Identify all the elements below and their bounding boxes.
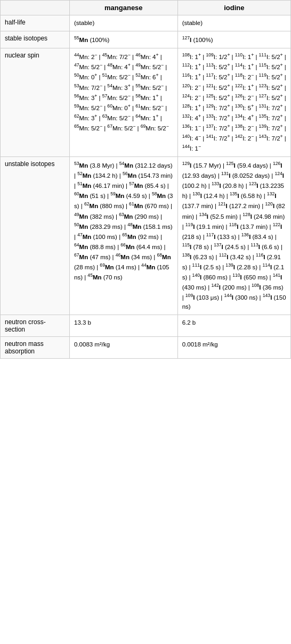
col-header-iodine: iodine [177,1,290,15]
iodine-neutron-cross-section: 6.2 b [177,315,290,337]
manganese-nuclear-spin: 44Mn: 2− | 45Mn: 7/2− | 46Mn: 4+ | 47Mn:… [70,48,178,157]
manganese-neutron-mass-absorption: 0.0083 m²/kg [70,337,178,359]
row-nuclear-spin: nuclear spin 44Mn: 2− | 45Mn: 7/2− | 46M… [1,48,291,157]
row-half-life: half-life (stable) (stable) [1,15,291,31]
label-stable-isotopes: stable isotopes [1,31,70,48]
manganese-half-life: (stable) [70,15,178,31]
manganese-neutron-cross-section: 13.3 b [70,315,178,337]
manganese-stable-isotopes: 55Mn (100%) [70,31,178,48]
row-unstable-isotopes: unstable isotopes 53Mn (3.8 Myr) | 54Mn … [1,157,291,315]
manganese-unstable-isotopes: 53Mn (3.8 Myr) | 54Mn (312.12 days) | 52… [70,157,178,315]
row-neutron-mass-absorption: neutron mass absorption 0.0083 m²/kg 0.0… [1,337,291,359]
row-stable-isotopes: stable isotopes 55Mn (100%) 127I (100%) [1,31,291,48]
label-nuclear-spin: nuclear spin [1,48,70,157]
iodine-unstable-isotopes: 129I (15.7 Myr) | 125I (59.4 days) | 126… [177,157,290,315]
iodine-nuclear-spin: 108I: 1+ | 109I: 1/2+ | 110I: 1+ | 111I:… [177,48,290,157]
label-unstable-isotopes: unstable isotopes [1,157,70,315]
col-header-manganese: manganese [70,1,178,15]
iodine-stable-isotopes: 127I (100%) [177,31,290,48]
iodine-neutron-mass-absorption: 0.0018 m²/kg [177,337,290,359]
label-half-life: half-life [1,15,70,31]
label-neutron-mass-absorption: neutron mass absorption [1,337,70,359]
col-header-empty [1,1,70,15]
row-neutron-cross-section: neutron cross-section 13.3 b 6.2 b [1,315,291,337]
iodine-half-life: (stable) [177,15,290,31]
label-neutron-cross-section: neutron cross-section [1,315,70,337]
